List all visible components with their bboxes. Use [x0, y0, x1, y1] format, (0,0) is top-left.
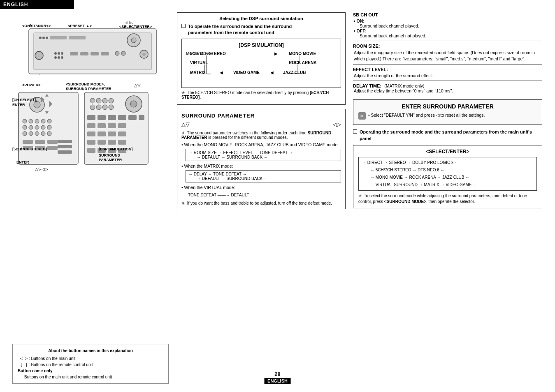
svg-rect-19	[101, 52, 109, 55]
surr-tri-left: △▽	[181, 121, 190, 127]
svg-point-36	[35, 119, 39, 123]
page-number: 28	[264, 371, 291, 377]
left-panel: <ON/STANDBY> <PRESET ▲> ◁ ▷, <SELECT/ENT…	[12, 12, 169, 359]
svg-rect-87	[87, 148, 95, 153]
svg-point-10	[54, 52, 57, 55]
label-ch-select: [CH SELECT], ENTER	[12, 98, 37, 107]
effect-level-section: EFFECT LEVEL: Adjust the strength of the…	[353, 67, 542, 81]
svg-rect-49	[23, 140, 33, 144]
svg-point-42	[41, 125, 45, 129]
label-triangles-device2: △▽◁▷	[35, 167, 48, 171]
info-box: About the button names in this explanati…	[12, 344, 169, 384]
flow1-row1: → ROOM SIZE → EFFECT LEVEL → TONE DEFEAT…	[188, 150, 338, 155]
flow2-box: → DELAY → TONE DEFEAT → → DEFAULT → SURR…	[186, 170, 341, 182]
svg-rect-76	[98, 123, 106, 128]
info-line4: Buttons on the main unit and remote cont…	[24, 374, 163, 380]
sb-off-text: Surround back channel not played.	[360, 33, 542, 38]
right-panel: SB CH OUT • ON: Surround back channel pl…	[353, 12, 542, 380]
svg-point-13	[54, 56, 57, 59]
svg-point-46	[35, 131, 39, 136]
label-triangles-middle: △▽	[134, 83, 141, 88]
delay-time-note: (MATRIX mode only)	[384, 83, 424, 88]
info-line3: Button name only :	[18, 368, 163, 374]
device-diagram-top	[16, 12, 165, 84]
sel-note: ✳ To select the surround mode while adju…	[358, 193, 537, 205]
svg-point-43	[47, 125, 51, 129]
dsp-connectors	[186, 51, 337, 84]
svg-rect-75	[87, 123, 95, 128]
svg-rect-70	[98, 115, 106, 120]
dsp-node-rock: ROCK ARENA	[289, 60, 316, 65]
room-size-title: ROOM SIZE:	[353, 44, 542, 48]
pencil-note: • Select "DEFAULT Y/N" and press ◁ to re…	[368, 112, 485, 118]
sel-flow-virtual: → VIRTUAL SURROUND → MATRIX → VIDEO GAME…	[362, 181, 533, 189]
svg-rect-80	[98, 131, 106, 136]
delay-time-section: DELAY TIME: (MATRIX mode only) Adjust th…	[353, 83, 542, 96]
enter-surr-title: ENTER SURROUND PARAMETER	[358, 103, 537, 110]
flow3-box: TONE DEFEAT ——→ DEFAULT	[186, 191, 341, 198]
surr-note1: ✳ The surround parameter switches in the…	[181, 131, 341, 140]
svg-point-60	[96, 98, 101, 103]
sel-flow-box: → DIRECT → STEREO → DOLBY PRO LOGIC x ← …	[358, 157, 537, 191]
checkbox-remote-text: To operate the surround mode and the sur…	[188, 23, 292, 36]
svg-rect-57	[58, 150, 72, 154]
main-unit-section: Operating the surround mode and the surr…	[353, 129, 542, 208]
label-preset: <PRESET ▲>	[68, 24, 92, 28]
checkbox-remote	[181, 24, 186, 28]
svg-rect-72	[118, 115, 126, 120]
label-surround-param2: SURROUNDPARAMETER	[99, 153, 122, 162]
effect-level-title: EFFECT LEVEL:	[353, 67, 542, 72]
svg-rect-82	[118, 131, 126, 136]
svg-point-37	[41, 119, 45, 123]
label-triangles-top: ◁ ▷,	[125, 21, 133, 25]
dsp-sim-title: [DSP SIMULATION]	[186, 42, 337, 48]
svg-rect-5	[50, 36, 67, 39]
svg-point-4	[46, 37, 48, 39]
pencil-icon: ✏	[358, 112, 366, 120]
dsp-node-5ch: 5CH/7CH STEREO	[190, 51, 226, 56]
flow1-box: → ROOM SIZE → EFFECT LEVEL → TONE DEFEAT…	[186, 149, 341, 161]
svg-point-12	[61, 52, 63, 55]
select-enter-box: <SELECT/ENTER> → DIRECT → STEREO → DOLBY…	[353, 145, 542, 208]
svg-point-45	[29, 131, 33, 136]
svg-point-66	[109, 105, 114, 110]
label-surround-param-top: SURROUND PARAMETER	[66, 87, 111, 91]
svg-point-21	[121, 51, 125, 55]
svg-point-39	[23, 125, 27, 129]
surround-param-section: SURROUND PARAMETER △▽ ◁▷ ✳ The surround …	[177, 109, 346, 209]
page-number-container: 28 ENGLISH	[264, 371, 291, 384]
svg-point-64	[96, 105, 101, 110]
svg-rect-85	[108, 140, 116, 145]
svg-rect-51	[47, 140, 58, 144]
svg-point-47	[41, 131, 45, 136]
bullet2-intro: • When the MATRIX mode:	[181, 164, 341, 168]
dsp-arrow-3: ◀—	[270, 70, 278, 75]
middle-panel: Selecting the DSP surround simulation To…	[177, 12, 346, 380]
page-lang-bottom: ENGLISH	[264, 378, 291, 384]
room-size-section: ROOM SIZE: Adjust the imaginary size of …	[353, 44, 542, 65]
surr-triangles: △▽ ◁▷	[181, 121, 341, 127]
dsp-node-jazz: JAZZ CLUB	[283, 70, 306, 75]
label-on-standby: <ON/STANDBY>	[22, 24, 51, 28]
svg-rect-18	[91, 52, 99, 55]
label-5ch7ch: [5CH/7CH STEREO]	[12, 147, 47, 151]
header-lang: ENGLISH	[3, 2, 28, 7]
dsp-node-video: VIDEO GAME	[233, 70, 260, 75]
dsp-note: ✳ The 5CH/7CH STEREO mode can be selecte…	[181, 90, 341, 99]
svg-rect-17	[80, 52, 88, 55]
checkbox-main-sq	[353, 129, 357, 134]
svg-point-44	[23, 131, 27, 136]
bullet3-intro: • When the VIRTUAL mode:	[181, 185, 341, 190]
pencil-row: ✏ • Select "DEFAULT Y/N" and press ◁ to …	[358, 112, 537, 120]
dsp-arrow-1: ————▶	[258, 51, 278, 56]
svg-point-34	[23, 119, 27, 123]
label-surround-mode: <SURROUND MODE>,	[66, 82, 105, 86]
selecting-dsp-section: Selecting the DSP surround simulation To…	[177, 12, 346, 105]
svg-point-48	[47, 131, 51, 136]
svg-rect-54	[47, 146, 58, 150]
info-line2: [ ] : Buttons on the remote control unit	[20, 362, 163, 368]
svg-rect-79	[87, 131, 95, 136]
svg-point-35	[29, 119, 33, 123]
svg-rect-69	[87, 115, 95, 120]
svg-point-59	[90, 98, 95, 103]
